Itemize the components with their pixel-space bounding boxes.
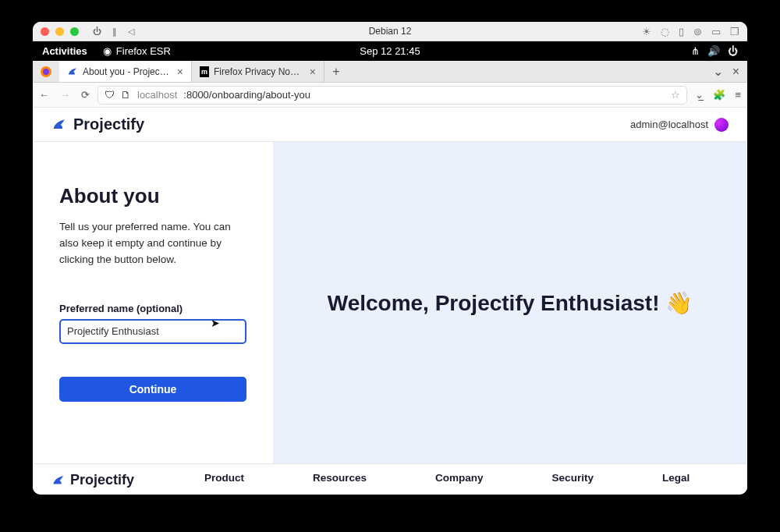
window-minimize-icon[interactable] [55,27,64,36]
footer-brand-name: Projectify [70,472,134,488]
tab-about-you[interactable]: About you - Projectify × [59,61,192,82]
firefox-app-icon [33,61,59,82]
windows-icon: ❐ [730,26,739,37]
power-menu-icon[interactable]: ⏻ [728,45,738,57]
brightness-icon: ☀ [642,26,651,37]
forward-button: → [60,89,70,101]
clock-label[interactable]: Sep 12 21:45 [360,45,420,57]
device-icon: ▯ [679,26,684,37]
close-tab-icon[interactable]: × [177,66,183,78]
app-header: Projectify admin@localhost [33,108,747,142]
footer-link-resources[interactable]: Resources [313,472,367,484]
user-email-label: admin@localhost [630,119,708,130]
current-app-indicator[interactable]: ◉ Firefox ESR [103,45,171,57]
activities-button[interactable]: Activities [42,45,87,57]
footer-link-legal[interactable]: Legal [662,472,690,484]
preferred-name-input[interactable] [59,319,246,344]
page-description: Tell us your preferred name. You can als… [59,219,246,268]
bird-logo-icon [51,473,66,488]
footer-link-product[interactable]: Product [204,472,244,484]
tabs-dropdown-icon[interactable]: ⌄ [713,64,723,79]
tab-label: Firefox Privacy Notice — [214,66,302,77]
back-nav-icon: ◁ [128,27,134,37]
tab-label: About you - Projectify [83,66,169,77]
shield-icon[interactable]: 🛡 [105,89,115,101]
brand-name: Projectify [73,115,144,133]
os-distro-label: Debian 12 [369,26,412,37]
folder-icon: ▭ [711,26,721,37]
bird-favicon-icon [67,66,78,77]
url-host: localhost [137,89,177,101]
window-close-icon[interactable] [41,27,49,36]
brand-logo[interactable]: Projectify [51,115,144,133]
hamburger-menu-icon[interactable]: ≡ [735,89,741,101]
close-window-icon[interactable]: × [732,65,739,79]
back-button[interactable]: ← [39,89,49,101]
footer-link-company[interactable]: Company [435,472,484,484]
pause-icon: ‖ [112,27,117,37]
window-title-bar: ⏻ ‖ ◁ Debian 12 ☀ ◌ ▯ ⊚ ▭ ❐ [33,22,747,41]
bookmark-star-icon[interactable]: ☆ [671,89,680,101]
pocket-icon[interactable]: ⌄̲ [695,89,704,101]
url-path: :8000/onboarding/about-you [183,89,310,101]
footer-link-security[interactable]: Security [552,472,594,484]
network-icon[interactable]: ⋔ [691,45,700,57]
welcome-panel: Welcome, Projectify Enthusiast! 👋 [273,142,747,463]
page-content: Projectify admin@localhost About you Tel… [33,108,747,495]
welcome-heading: Welcome, Projectify Enthusiast! 👋 [328,290,693,316]
svg-point-1 [43,69,49,75]
loading-icon: ◌ [661,26,669,37]
tab-firefox-privacy[interactable]: m Firefox Privacy Notice — × [192,61,324,82]
avatar [714,118,729,132]
footer-brand[interactable]: Projectify [51,472,134,488]
app-icon: ⊚ [693,26,702,37]
preferred-name-label: Preferred name (optional) [59,303,246,314]
onboarding-form-panel: About you Tell us your preferred name. Y… [33,142,273,463]
window-maximize-icon[interactable] [70,27,79,36]
gnome-top-bar: Activities ◉ Firefox ESR Sep 12 21:45 ⋔ … [33,41,747,61]
address-bar[interactable]: 🛡 🗋 localhost:8000/onboarding/about-you … [98,86,687,105]
user-menu[interactable]: admin@localhost [630,118,729,132]
power-icon: ⏻ [93,27,101,36]
bird-logo-icon [51,117,67,133]
site-footer: Projectify Product Resources Company Sec… [33,463,747,495]
mozilla-favicon-icon: m [200,66,209,77]
extensions-icon[interactable]: 🧩 [713,89,725,101]
site-info-icon[interactable]: 🗋 [121,89,131,101]
current-app-label: Firefox ESR [116,45,171,57]
page-title: About you [59,184,246,208]
volume-icon[interactable]: 🔊 [707,45,720,57]
browser-toolbar: ← → ⟳ 🛡 🗋 localhost:8000/onboarding/abou… [33,83,747,108]
browser-tab-strip: About you - Projectify × m Firefox Priva… [33,61,747,83]
reload-button[interactable]: ⟳ [81,89,90,101]
close-tab-icon[interactable]: × [310,66,316,78]
new-tab-button[interactable]: + [324,61,348,82]
firefox-icon: ◉ [103,45,112,57]
continue-button[interactable]: Continue [59,377,246,402]
